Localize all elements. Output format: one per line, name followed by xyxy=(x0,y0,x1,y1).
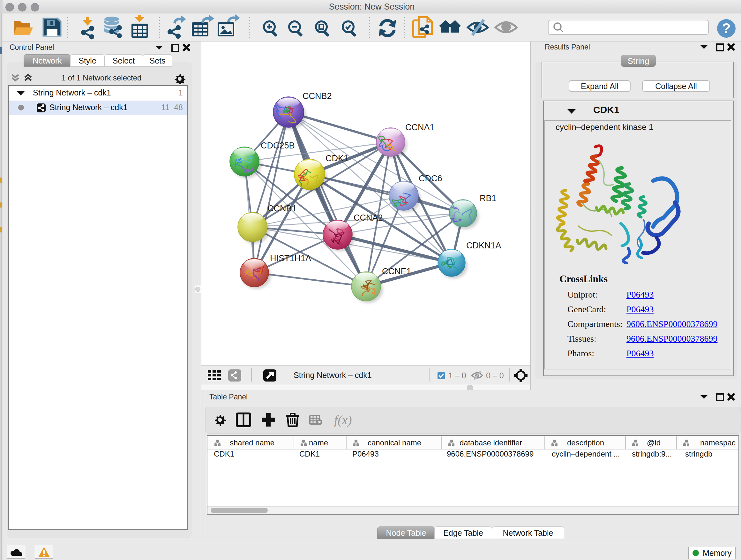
svg-text:String Network – cdk1: String Network – cdk1 xyxy=(293,371,372,380)
svg-text:P06493: P06493 xyxy=(352,449,379,458)
svg-text:CDKN1A: CDKN1A xyxy=(466,241,501,250)
svg-text:HIST1H1A: HIST1H1A xyxy=(270,253,311,263)
svg-text:CDC6: CDC6 xyxy=(419,174,442,183)
svg-text:CDK1: CDK1 xyxy=(326,153,348,163)
svg-text:cyclin–dependent ...: cyclin–dependent ... xyxy=(552,449,620,458)
svg-text:0 – 0: 0 – 0 xyxy=(486,371,504,380)
svg-text:description: description xyxy=(567,438,604,447)
svg-text:9606.ENSP00000378699: 9606.ENSP00000378699 xyxy=(447,449,534,458)
svg-text:CDK1: CDK1 xyxy=(214,449,234,458)
svg-text:@id: @id xyxy=(647,438,661,447)
svg-text:shared name: shared name xyxy=(230,438,274,447)
svg-text:stringdb: stringdb xyxy=(685,449,712,458)
svg-text:f(x): f(x) xyxy=(334,413,352,427)
svg-text:name: name xyxy=(309,438,328,447)
svg-text:CCNA2: CCNA2 xyxy=(354,213,383,223)
svg-text:CDC25B: CDC25B xyxy=(261,141,295,150)
svg-text:CCNB1: CCNB1 xyxy=(267,204,297,213)
svg-text:canonical name: canonical name xyxy=(367,438,421,447)
svg-text:RB1: RB1 xyxy=(480,193,496,203)
svg-text:CCNB2: CCNB2 xyxy=(302,91,332,101)
svg-text:stringdb:9...: stringdb:9... xyxy=(632,449,672,458)
svg-text:CCNE1: CCNE1 xyxy=(382,266,411,276)
svg-text:namespac: namespac xyxy=(700,438,736,447)
svg-text:CCNA1: CCNA1 xyxy=(405,123,434,132)
svg-text:1 – 0: 1 – 0 xyxy=(448,371,466,380)
svg-text:?: ? xyxy=(722,20,731,36)
svg-text:CDK1: CDK1 xyxy=(299,449,320,458)
svg-text:database identifier: database identifier xyxy=(460,438,522,447)
